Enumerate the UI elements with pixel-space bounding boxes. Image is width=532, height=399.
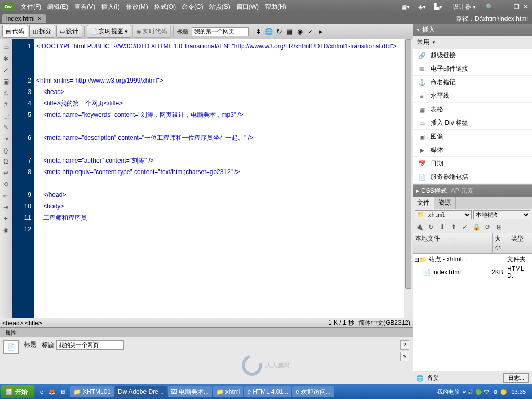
expand-icon[interactable]: ⤢ bbox=[0, 64, 11, 76]
menu-item[interactable]: 编辑(E) bbox=[44, 1, 71, 14]
snippet-icon[interactable]: {} bbox=[0, 144, 11, 156]
ql-desktop-icon[interactable]: 🖥 bbox=[58, 387, 67, 396]
insert-item[interactable]: ⚓命名锚记 bbox=[413, 76, 532, 89]
split-view-button[interactable]: ◫ 拆分 bbox=[29, 25, 55, 38]
insert-item[interactable]: ≡水平线 bbox=[413, 89, 532, 103]
menu-item[interactable]: 格式(O) bbox=[151, 1, 179, 14]
css-panel-header[interactable]: ▶CSS样式AP 元素 bbox=[413, 185, 532, 197]
site-select[interactable]: 📁 xhtml bbox=[415, 210, 472, 219]
insert-item[interactable]: ▶媒体 bbox=[413, 143, 532, 157]
insert-item[interactable]: 📄服务器端包括 bbox=[413, 170, 532, 184]
prop-title-input[interactable] bbox=[56, 340, 124, 350]
highlight-icon[interactable]: ⬚ bbox=[0, 110, 11, 122]
refresh-icon[interactable]: ↻ bbox=[274, 27, 284, 36]
col-size[interactable]: 大小 bbox=[493, 233, 509, 253]
syntax-icon[interactable]: ✎ bbox=[0, 122, 11, 133]
apply-icon[interactable]: ◉ bbox=[0, 224, 11, 236]
menu-item[interactable]: 文件(F) bbox=[18, 1, 44, 14]
taskbar-task[interactable]: 📁xhtml bbox=[213, 386, 244, 397]
tab-close-icon[interactable]: × bbox=[38, 15, 42, 22]
tray-icon-2[interactable]: 🟢 bbox=[475, 388, 482, 395]
code-content[interactable]: <!DOCTYPE html PUBLIC "-//W3C//DTD XHTML… bbox=[34, 39, 404, 318]
indent-left-icon[interactable]: ⇤ bbox=[0, 190, 11, 202]
liveview-button[interactable]: 📄 实时视图 ▾ bbox=[87, 25, 131, 38]
files-tab[interactable]: 文件 bbox=[413, 197, 434, 209]
insert-item[interactable]: ▦表格 bbox=[413, 103, 532, 116]
extend-dropdown[interactable]: ▙▾ bbox=[432, 2, 444, 11]
indent-right-icon[interactable]: ⇥ bbox=[0, 202, 11, 213]
menu-item[interactable]: 帮助(H) bbox=[262, 1, 289, 14]
vertical-scrollbar[interactable] bbox=[404, 39, 413, 318]
clock[interactable]: 13:35 bbox=[508, 389, 529, 395]
taskbar-task[interactable]: e欢迎访问... bbox=[292, 386, 334, 397]
select-parent-icon[interactable]: ▣ bbox=[0, 76, 11, 87]
help-icon[interactable]: ? bbox=[400, 340, 409, 350]
view-options-icon[interactable]: ▤ bbox=[285, 27, 294, 36]
tray-icon-1[interactable]: 🔊 bbox=[467, 388, 474, 395]
connect-icon[interactable]: 🔌 bbox=[414, 222, 424, 232]
auto-indent-icon[interactable]: ⇥ bbox=[0, 133, 11, 144]
preview-icon[interactable]: 🌐 bbox=[264, 27, 273, 36]
tray-icon-3[interactable]: 🛡 bbox=[483, 388, 490, 395]
refresh-files-icon[interactable]: ↻ bbox=[425, 222, 436, 232]
desktop-label[interactable]: 我的电脑 bbox=[437, 388, 460, 396]
checkin-icon[interactable]: 🔒 bbox=[471, 222, 482, 232]
taskbar-task[interactable]: 🖼电脑美术... bbox=[168, 386, 212, 397]
document-tab[interactable]: index.html × bbox=[2, 14, 46, 23]
code-view-button[interactable]: ▤ 代码 bbox=[2, 25, 28, 38]
comment-icon[interactable]: Ω bbox=[0, 156, 11, 167]
expand-files-icon[interactable]: ⊞ bbox=[494, 222, 504, 232]
menu-item[interactable]: 修改(M) bbox=[123, 1, 151, 14]
sync-icon[interactable]: ⟳ bbox=[483, 222, 493, 232]
menu-item[interactable]: 插入(I) bbox=[98, 1, 123, 14]
menu-item[interactable]: 站点(S) bbox=[206, 1, 233, 14]
inspect-dropdown[interactable]: ◈▾ bbox=[416, 2, 428, 11]
insert-item[interactable]: 🔗超级链接 bbox=[413, 49, 532, 62]
menu-item[interactable]: 查看(V) bbox=[71, 1, 98, 14]
wrap-tag-icon[interactable]: ↩ bbox=[0, 167, 11, 179]
title-input[interactable] bbox=[192, 27, 249, 36]
collapse-icon[interactable]: ✱ bbox=[0, 53, 11, 64]
restore-button[interactable]: ❐ bbox=[512, 3, 521, 10]
tray-icon-5[interactable]: 🟡 bbox=[500, 388, 507, 395]
check-icon[interactable]: ▸ bbox=[316, 27, 325, 36]
search-icon[interactable]: 🔍 bbox=[484, 2, 495, 12]
format-icon[interactable]: ✦ bbox=[0, 213, 11, 224]
design-view-button[interactable]: ▭ 设计 bbox=[56, 25, 82, 38]
taskbar-task[interactable]: 📁XHTML01 bbox=[70, 386, 114, 397]
recent-icon[interactable]: ⟲ bbox=[0, 179, 11, 190]
taskbar-task[interactable]: DwAdobe Dre... bbox=[115, 386, 167, 397]
menu-item[interactable]: 窗口(W) bbox=[233, 1, 262, 14]
ql-ie-icon[interactable]: e bbox=[37, 387, 46, 396]
validate-icon[interactable]: ✓ bbox=[305, 27, 315, 36]
insert-item[interactable]: 📅日期 bbox=[413, 157, 532, 170]
workspace-switcher[interactable]: 设计器 ▾ bbox=[448, 2, 480, 12]
file-management-icon[interactable]: ⬍ bbox=[254, 27, 263, 36]
minimize-button[interactable]: ─ bbox=[503, 3, 511, 10]
tag-selector[interactable]: <head> <title> bbox=[2, 320, 42, 327]
insert-panel-header[interactable]: ▼插入 bbox=[413, 24, 532, 36]
insert-item[interactable]: ▣图像 bbox=[413, 130, 532, 143]
tray-expand-icon[interactable]: « bbox=[463, 389, 466, 395]
visual-aids-icon[interactable]: ◉ bbox=[295, 27, 304, 36]
insert-category[interactable]: 常用 ▼ bbox=[413, 36, 532, 49]
checkout-icon[interactable]: ✓ bbox=[460, 222, 470, 232]
close-button[interactable]: ✕ bbox=[522, 3, 530, 10]
balance-icon[interactable]: ⎌ bbox=[0, 87, 11, 99]
col-localfile[interactable]: 本地文件 bbox=[413, 233, 493, 253]
insert-item[interactable]: ▭插入 Div 标签 bbox=[413, 116, 532, 130]
open-docs-icon[interactable]: ▭ bbox=[0, 42, 11, 53]
view-select[interactable]: 本地视图 bbox=[473, 210, 530, 219]
put-icon[interactable]: ⬆ bbox=[448, 222, 459, 232]
ql-firefox-icon[interactable]: 🦊 bbox=[47, 387, 57, 396]
insert-item[interactable]: ✉电子邮件链接 bbox=[413, 62, 532, 76]
menu-item[interactable]: 命令(C) bbox=[179, 1, 206, 14]
layout-dropdown[interactable]: ▦▾ bbox=[399, 2, 412, 11]
file-tree-row[interactable]: ⊟ 📁站点 - xhtml...文件夹 bbox=[414, 255, 531, 264]
properties-tab[interactable]: 属性 bbox=[0, 328, 22, 338]
log-button[interactable]: 日志... bbox=[503, 373, 529, 383]
taskbar-task[interactable]: eHTML 4.01... bbox=[244, 386, 291, 397]
quick-tag-icon[interactable]: ✎ bbox=[400, 352, 409, 361]
get-icon[interactable]: ⬇ bbox=[437, 222, 447, 232]
col-type[interactable]: 类型 bbox=[509, 233, 532, 253]
